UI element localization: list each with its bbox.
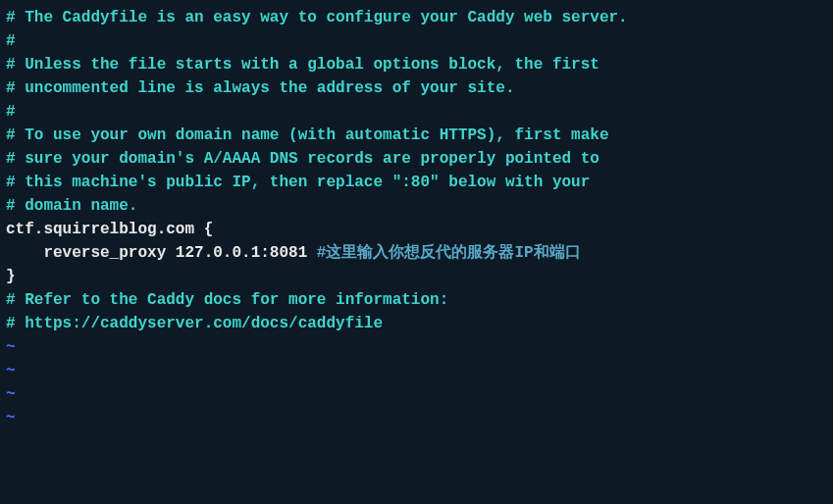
vim-tilde-line: ~ — [6, 385, 16, 403]
comment-line: # The Caddyfile is an easy way to config… — [6, 9, 628, 26]
config-site-block-open: ctf.squirrelblog.com { — [6, 221, 213, 238]
comment-line: # Unless the file starts with a global o… — [6, 56, 599, 74]
comment-line: # uncommented line is always the address… — [6, 79, 514, 97]
comment-line: # sure your domain's A/AAAA DNS records … — [6, 150, 599, 168]
text-editor[interactable]: # The Caddyfile is an easy way to config… — [6, 6, 827, 429]
comment-line: # — [6, 32, 16, 50]
comment-line: # — [6, 103, 16, 121]
config-site-block-close: } — [6, 268, 16, 285]
comment-line: # this machine's public IP, then replace… — [6, 174, 590, 191]
inline-comment: #这里输入你想反代的服务器IP和端口 — [317, 244, 581, 262]
comment-line: # To use your own domain name (with auto… — [6, 126, 609, 144]
vim-tilde-line: ~ — [6, 338, 16, 356]
config-reverse-proxy: reverse_proxy 127.0.0.1:8081 — [6, 244, 317, 262]
comment-line: # domain name. — [6, 197, 137, 215]
comment-line: # https://caddyserver.com/docs/caddyfile — [6, 315, 383, 332]
vim-tilde-line: ~ — [6, 409, 16, 427]
comment-line: # Refer to the Caddy docs for more infor… — [6, 291, 448, 309]
vim-tilde-line: ~ — [6, 362, 16, 379]
